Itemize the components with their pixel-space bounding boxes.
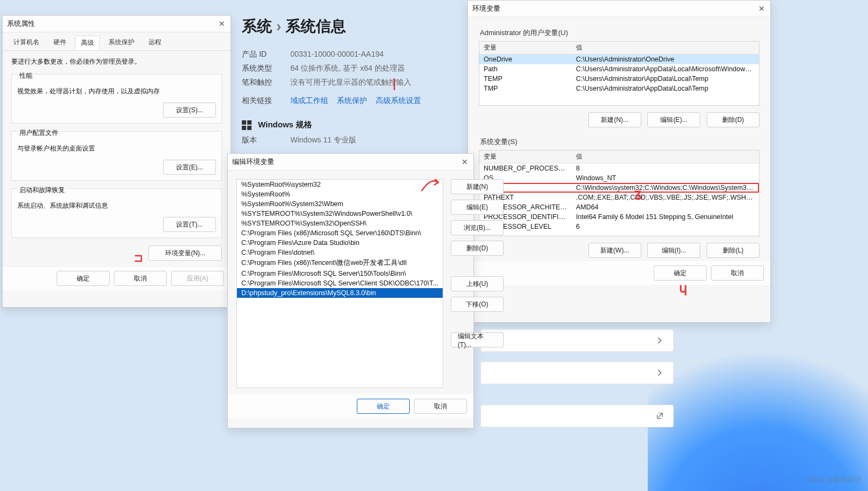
annotation-2: ⊐ (134, 251, 142, 264)
sys-var-row[interactable]: PathC:\Windows\system32;C:\Windows;C:\Wi… (479, 183, 759, 193)
annotation-3: Ӡ (634, 189, 642, 203)
env-vars-button[interactable]: 环境变量(N)... (148, 246, 222, 261)
path-edit-button[interactable]: 编辑(E) (451, 200, 504, 215)
sys-var-row[interactable]: PATHEXT.COM;.EXE;.BAT;.CMD;.VBS;.VBE;.JS… (479, 193, 759, 202)
prodid-value: 00331-10000-00001-AA194 (290, 50, 384, 59)
sys-var-row[interactable]: PROCESSOR_LEVEL6 (479, 222, 759, 231)
path-delete-button[interactable]: 删除(D) (451, 241, 504, 256)
systype-value: 64 位操作系统, 基于 x64 的处理器 (290, 64, 405, 73)
close-icon[interactable]: ✕ (460, 158, 469, 166)
sysprops-titlebar[interactable]: 系统属性 ✕ (3, 16, 230, 32)
startup-group: 启动和故障恢复 系统启动、系统故障和调试信息 设置(T)... (11, 188, 222, 238)
sys-vars-table[interactable]: 变量值NUMBER_OF_PROCESSORS8OSWindows_NTPath… (479, 150, 760, 236)
path-item[interactable]: D:\phpstudy_pro\Extensions\MySQL8.3.0\bi… (237, 288, 443, 298)
link-protect[interactable]: 系统保护 (337, 96, 367, 105)
perf-group: 性能 视觉效果，处理器计划，内存使用，以及虚拟内存 设置(S)... (11, 74, 222, 124)
path-item[interactable]: %SystemRoot%\system32 (237, 180, 443, 189)
breadcrumb-sep: › (276, 18, 281, 35)
edition-label: 版本 (242, 135, 290, 145)
settings-card-3[interactable] (480, 405, 674, 427)
path-item[interactable]: C:\Program Files\Microsoft SQL Server\15… (237, 269, 443, 278)
env-vars-window: 环境变量 ✕ Administrator 的用户变量(U) 变量值 OneDri… (467, 0, 771, 323)
system-properties-window: 系统属性 ✕ 计算机名 硬件 高级 系统保护 远程 要进行大多数更改，你必须作为… (2, 15, 231, 308)
sys-var-row[interactable]: PROCESSOR_IDENTIFIERIntel64 Family 6 Mod… (479, 212, 759, 222)
settings-card-2[interactable] (480, 362, 674, 384)
tab-protection[interactable]: 系统保护 (103, 36, 140, 50)
path-new-button[interactable]: 新建(N) (451, 179, 504, 194)
col-var: 变量 (479, 42, 572, 54)
link-domain[interactable]: 域或工作组 (290, 96, 328, 105)
breadcrumb-info: 系统信息 (286, 18, 346, 35)
sysprops-apply-button[interactable]: 应用(A) (171, 271, 224, 286)
path-browse-button[interactable]: 浏览(B)... (451, 220, 504, 235)
settings-card-1[interactable] (480, 329, 674, 352)
env-ok-button[interactable]: 确定 (654, 265, 707, 281)
path-item[interactable]: %SystemRoot% (237, 189, 443, 199)
sys-new-button[interactable]: 新建(W)... (588, 243, 641, 258)
startup-text: 系统启动、系统故障和调试信息 (17, 201, 216, 210)
path-item[interactable]: %SYSTEMROOT%\System32\OpenSSH\ (237, 219, 443, 228)
env-cancel-button[interactable]: 取消 (711, 265, 764, 281)
user-var-row[interactable]: OneDriveC:\Users\Administrator\OneDrive (479, 54, 759, 64)
editpath-ok-button[interactable]: 确定 (357, 399, 410, 414)
path-up-button[interactable]: 上移(U) (451, 276, 504, 291)
user-var-row[interactable]: TEMPC:\Users\Administrator\AppData\Local… (479, 74, 759, 84)
sys-var-row[interactable]: OSWindows_NT (479, 173, 759, 183)
link-adv[interactable]: 高级系统设置 (376, 96, 421, 105)
path-edittext-button[interactable]: 编辑文本(T)... (451, 332, 504, 347)
tab-remote[interactable]: 远程 (143, 36, 167, 50)
tab-computer-name[interactable]: 计算机名 (8, 36, 45, 50)
tab-advanced[interactable]: 高级 (75, 36, 100, 50)
settings-system-info: 系统 › 系统信息 产品 ID00331-10000-00001-AA194 系… (242, 16, 469, 149)
userprofile-group: 用户配置文件 与登录帐户相关的桌面设置 设置(E)... (11, 131, 222, 181)
win-spec-heading: Windows 规格 (242, 120, 469, 130)
windows-icon (242, 120, 252, 130)
close-icon[interactable]: ✕ (757, 4, 766, 13)
path-list[interactable]: %SystemRoot%\system32%SystemRoot%%System… (236, 179, 443, 388)
path-item[interactable]: C:\Program Files\dotnet\ (237, 248, 443, 257)
userprofile-settings-button[interactable]: 设置(E)... (163, 160, 216, 175)
annotation-arrow (420, 173, 442, 194)
sysprops-ok-button[interactable]: 确定 (57, 271, 110, 286)
close-icon[interactable]: ✕ (218, 19, 226, 28)
userprofile-text: 与登录帐户相关的桌面设置 (17, 144, 216, 153)
page-title: 系统 › 系统信息 (242, 16, 469, 37)
tab-hardware[interactable]: 硬件 (48, 36, 72, 50)
env-title: 环境变量 (472, 4, 500, 13)
external-link-icon (656, 412, 663, 420)
links-label: 相关链接 (242, 96, 290, 106)
path-item[interactable]: C:\Program Files (x86)\Tencent\微信web开发者工… (237, 257, 443, 269)
sys-var-row[interactable]: NUMBER_OF_PROCESSORS8 (479, 163, 759, 173)
user-vars-label: Administrator 的用户变量(U) (480, 28, 758, 38)
startup-settings-button[interactable]: 设置(T)... (163, 217, 216, 232)
user-vars-table[interactable]: 变量值 OneDriveC:\Users\Administrator\OneDr… (479, 41, 760, 106)
user-delete-button[interactable]: 删除(D) (707, 112, 760, 127)
edition-value: Windows 11 专业版 (290, 135, 356, 145)
sysprops-note: 要进行大多数更改，你必须作为管理员登录。 (11, 57, 222, 66)
path-item[interactable]: %SystemRoot%\System32\Wbem (237, 199, 443, 209)
perf-settings-button[interactable]: 设置(S)... (163, 103, 216, 118)
path-item[interactable]: %SYSTEMROOT%\System32\WindowsPowerShell\… (237, 209, 443, 219)
breadcrumb-system[interactable]: 系统 (242, 18, 272, 35)
env-titlebar[interactable]: 环境变量 ✕ (468, 1, 770, 17)
path-down-button[interactable]: 下移(O) (451, 297, 504, 312)
user-var-row[interactable]: PathC:\Users\Administrator\AppData\Local… (479, 64, 759, 74)
edit-path-window: 编辑环境变量 ✕ %SystemRoot%\system32%SystemRoo… (227, 153, 474, 428)
path-item[interactable]: C:\Program Files\Microsoft SQL Server\Cl… (237, 278, 443, 288)
path-item[interactable]: C:\Program Files\Azure Data Studio\bin (237, 238, 443, 248)
col-val: 值 (572, 42, 759, 54)
sysprops-cancel-button[interactable]: 取消 (114, 271, 167, 286)
path-item[interactable]: C:\Program Files (x86)\Microsoft SQL Ser… (237, 228, 443, 238)
user-new-button[interactable]: 新建(N)... (588, 112, 641, 127)
editpath-titlebar[interactable]: 编辑环境变量 ✕ (228, 154, 473, 171)
sys-var-row: 变量值 (479, 151, 759, 163)
sys-delete-button[interactable]: 删除(L) (707, 243, 760, 258)
watermark: CSDN @趣味科技 (804, 475, 862, 485)
editpath-cancel-button[interactable]: 取消 (414, 399, 467, 414)
sysprops-tabs: 计算机名 硬件 高级 系统保护 远程 (3, 32, 230, 51)
sys-edit-button[interactable]: 编辑(I)... (647, 243, 700, 258)
user-edit-button[interactable]: 编辑(E)... (647, 112, 700, 127)
sys-var-row[interactable]: PROCESSOR_ARCHITECT...AMD64 (479, 202, 759, 212)
perf-text: 视觉效果，处理器计划，内存使用，以及虚拟内存 (17, 87, 216, 96)
user-var-row[interactable]: TMPC:\Users\Administrator\AppData\Local\… (479, 84, 759, 93)
